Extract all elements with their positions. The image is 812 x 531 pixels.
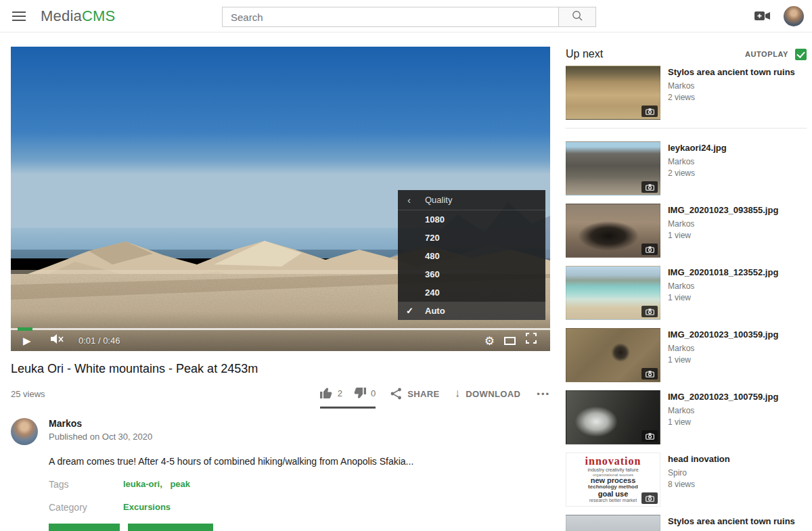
image-badge (641, 368, 658, 379)
search-input[interactable] (222, 7, 559, 27)
media-title[interactable]: IMG_20201018_123552.jpg (668, 267, 778, 278)
video-description: A dream comes true! After 4-5 hours of c… (49, 456, 550, 467)
list-item[interactable]: Stylos area ancient town ruins (566, 515, 807, 531)
author-name[interactable]: Markos (49, 418, 152, 429)
main-column: ‹ Quality 1080 720 480 360 240 ✓ Auto ▶ (11, 47, 550, 531)
media-title[interactable]: IMG_20201023_100359.jpg (668, 329, 778, 340)
quality-option-auto-selected[interactable]: ✓ Auto (398, 302, 545, 320)
media-thumbnail-wordcloud[interactable]: innovation industry creativity failure o… (566, 453, 660, 507)
quality-option-label: 480 (425, 251, 440, 261)
image-badge (641, 244, 658, 255)
media-author: Markos (668, 157, 727, 166)
image-badge (641, 181, 658, 193)
autoplay-checkbox[interactable] (795, 49, 807, 60)
media-thumbnail[interactable] (566, 141, 660, 195)
mute-button[interactable] (50, 333, 65, 347)
media-views: 1 view (668, 417, 778, 427)
media-author: Markos (668, 406, 778, 415)
theater-mode-button[interactable] (504, 337, 516, 345)
media-thumbnail[interactable] (566, 328, 660, 382)
media-thumbnail[interactable] (566, 515, 660, 531)
image-badge (641, 306, 658, 317)
media-title[interactable]: IMG_20201023_100759.jpg (668, 392, 778, 402)
camera-icon (646, 308, 654, 315)
video-player[interactable]: ‹ Quality 1080 720 480 360 240 ✓ Auto ▶ (11, 47, 550, 351)
quality-option-480[interactable]: 480 (398, 247, 545, 265)
back-chevron-icon: ‹ (407, 190, 411, 210)
wordcloud-text: goal use (598, 490, 629, 499)
media-thumbnail[interactable] (566, 390, 660, 444)
quality-option-240[interactable]: 240 (398, 283, 545, 302)
thumbs-down-icon (353, 387, 366, 399)
media-thumbnail[interactable] (566, 266, 660, 320)
download-label: DOWNLOAD (466, 389, 520, 399)
thumbs-up-icon (320, 387, 333, 399)
view-count: 25 views (11, 389, 45, 399)
camera-icon (646, 108, 654, 115)
logo[interactable]: MediaCMS (41, 7, 115, 25)
media-title[interactable]: leykaori24.jpg (668, 143, 727, 154)
settings-button[interactable]: ⚙ (484, 334, 495, 348)
media-views: 2 views (668, 168, 727, 178)
dislike-button[interactable] (353, 387, 366, 399)
delete-media-button[interactable]: DELETE MEDIA (128, 524, 213, 531)
rating-group: 2 0 (320, 387, 376, 400)
like-button[interactable] (320, 387, 333, 399)
quality-option-label: 1080 (425, 214, 445, 225)
image-badge (641, 106, 658, 117)
list-item[interactable]: leykaori24.jpg Markos 2 views (566, 141, 807, 195)
quality-option-1080[interactable]: 1080 (398, 210, 545, 229)
camera-icon (646, 495, 654, 502)
media-title[interactable]: head inovation (668, 454, 730, 465)
list-item[interactable]: IMG_20201023_100759.jpg Markos 1 view (566, 390, 807, 444)
list-item[interactable]: innovation industry creativity failure o… (566, 453, 807, 507)
list-item[interactable]: Stylos area ancient town ruins Markos 2 … (566, 66, 807, 120)
list-item[interactable]: IMG_20201023_093855.jpg Markos 1 view (566, 204, 807, 258)
dislike-count: 0 (371, 388, 376, 398)
user-avatar[interactable] (784, 6, 804, 26)
author-avatar[interactable] (11, 418, 38, 445)
media-thumbnail[interactable] (566, 66, 660, 120)
play-button[interactable]: ▶ (23, 333, 31, 348)
media-author: Markos (668, 344, 778, 353)
edit-media-button[interactable]: EDIT MEDIA (49, 524, 120, 531)
share-button[interactable]: SHARE (390, 388, 440, 400)
search-button[interactable] (558, 7, 596, 27)
media-title[interactable]: IMG_20201023_093855.jpg (668, 205, 778, 216)
quality-option-360[interactable]: 360 (398, 265, 545, 283)
media-author: Markos (668, 81, 795, 91)
download-icon: ↓ (455, 389, 461, 398)
media-views: 2 views (668, 93, 795, 102)
tag-link-peak[interactable]: peak (170, 479, 190, 489)
muted-speaker-icon (50, 333, 65, 344)
quality-menu: ‹ Quality 1080 720 480 360 240 ✓ Auto (398, 190, 545, 320)
wordcloud-text: innovation (585, 456, 641, 467)
media-author: Markos (668, 281, 778, 291)
list-item[interactable]: IMG_20201018_123552.jpg Markos 1 view (566, 266, 807, 320)
up-next-sidebar: Up next AUTOPLAY Stylos area ancient tow… (566, 47, 807, 531)
upload-media-icon[interactable] (754, 10, 771, 22)
list-item[interactable]: IMG_20201023_100359.jpg Markos 1 view (566, 328, 807, 382)
fullscreen-button[interactable] (526, 333, 537, 346)
quality-menu-header[interactable]: ‹ Quality (398, 190, 545, 210)
download-button[interactable]: ↓ DOWNLOAD (455, 389, 521, 399)
image-badge (641, 492, 658, 504)
media-thumbnail[interactable] (566, 204, 660, 258)
logo-text-media: Media (41, 7, 82, 24)
media-views: 1 view (668, 355, 778, 365)
camera-icon (646, 184, 654, 191)
media-views: 1 view (668, 231, 778, 240)
media-views: 1 view (668, 293, 778, 302)
media-views: 8 views (668, 480, 730, 489)
tag-link-leuka-ori[interactable]: leuka-ori, (123, 479, 162, 489)
media-title[interactable]: Stylos area ancient town ruins (668, 516, 795, 527)
more-options-button[interactable]: ••• (537, 389, 550, 399)
category-link[interactable]: Excursions (123, 502, 171, 512)
media-title[interactable]: Stylos area ancient town ruins (668, 67, 795, 78)
quality-option-720[interactable]: 720 (398, 229, 545, 247)
like-count: 2 (338, 388, 342, 398)
tags-label: Tags (49, 479, 123, 490)
action-buttons: 2 0 SHARE ↓ DOWNLOAD ••• (320, 387, 550, 400)
menu-icon[interactable] (12, 11, 26, 21)
category-label: Category (49, 502, 123, 513)
